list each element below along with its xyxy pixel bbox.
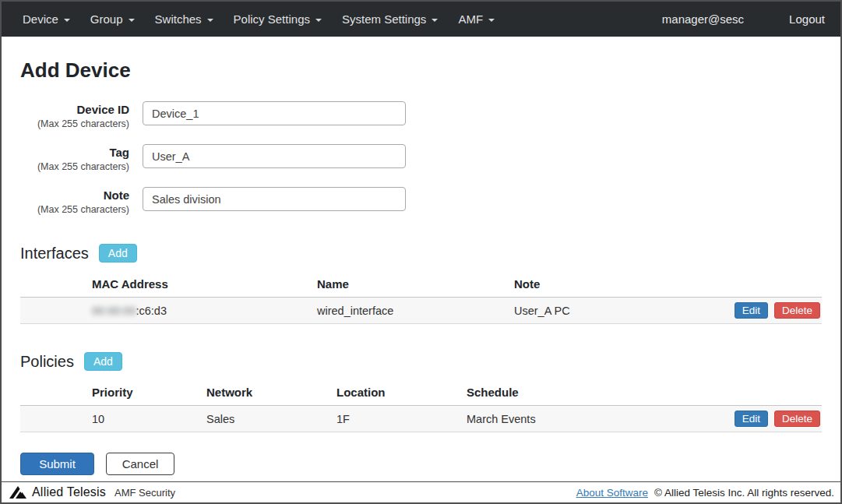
mac-visible-segment: :c6:d3 bbox=[136, 305, 167, 317]
logged-in-user: manager@sesc bbox=[662, 12, 744, 26]
column-header-name: Name bbox=[317, 277, 514, 291]
note-hint: (Max 255 characters) bbox=[20, 203, 129, 216]
note-input[interactable] bbox=[143, 187, 406, 211]
interfaces-table: MAC Address Name Note 00:00:00:c6:d3 wir… bbox=[20, 273, 822, 324]
brand-name: Allied Telesis bbox=[32, 485, 106, 499]
nav-item-group[interactable]: Group bbox=[80, 2, 145, 37]
table-row: 10 Sales 1F March Events Edit Delete bbox=[20, 406, 822, 432]
column-header-note: Note bbox=[514, 277, 822, 291]
cancel-button[interactable]: Cancel bbox=[106, 453, 174, 475]
tag-row: Tag (Max 255 characters) bbox=[20, 144, 822, 173]
nav-item-device[interactable]: Device bbox=[12, 2, 80, 37]
allied-telesis-logo bbox=[8, 485, 28, 499]
nav-item-label: Switches bbox=[155, 12, 202, 26]
column-header-priority: Priority bbox=[20, 386, 206, 399]
interfaces-section-title: Interfaces bbox=[20, 245, 89, 263]
page-title: Add Device bbox=[20, 58, 822, 83]
device-id-label: Device ID bbox=[20, 103, 129, 118]
column-header-location: Location bbox=[336, 386, 467, 399]
nav-item-switches[interactable]: Switches bbox=[145, 2, 224, 37]
main-content: Add Device Device ID (Max 255 characters… bbox=[2, 37, 840, 481]
footer: Allied Telesis AMF Security About Softwa… bbox=[2, 481, 840, 502]
mac-address-value: 00:00:00:c6:d3 bbox=[20, 305, 317, 317]
column-header-mac: MAC Address bbox=[20, 277, 317, 291]
tag-input[interactable] bbox=[143, 144, 406, 168]
device-id-row: Device ID (Max 255 characters) bbox=[20, 101, 822, 130]
policies-section-title: Policies bbox=[20, 353, 74, 371]
delete-policy-button[interactable]: Delete bbox=[774, 411, 820, 427]
chevron-down-icon bbox=[64, 19, 70, 22]
tag-hint: (Max 255 characters) bbox=[20, 160, 129, 173]
add-interface-button[interactable]: Add bbox=[99, 244, 137, 263]
device-id-input[interactable] bbox=[143, 101, 406, 125]
device-id-hint: (Max 255 characters) bbox=[20, 118, 129, 130]
add-policy-button[interactable]: Add bbox=[84, 352, 122, 371]
nav-item-label: Group bbox=[90, 12, 123, 26]
edit-policy-button[interactable]: Edit bbox=[735, 411, 768, 427]
delete-interface-button[interactable]: Delete bbox=[774, 302, 820, 319]
table-row: 00:00:00:c6:d3 wired_interface User_A PC… bbox=[20, 298, 822, 324]
policies-table: Priority Network Location Schedule 10 Sa… bbox=[20, 382, 822, 432]
note-label: Note bbox=[20, 189, 129, 203]
policy-network-value: Sales bbox=[206, 413, 336, 425]
interface-note-value: User_A PC bbox=[514, 305, 735, 317]
chevron-down-icon bbox=[129, 19, 135, 22]
nav-item-policy-settings[interactable]: Policy Settings bbox=[224, 2, 332, 37]
interface-name-value: wired_interface bbox=[317, 305, 514, 317]
chevron-down-icon bbox=[488, 19, 495, 22]
mac-redacted-segment: 00:00:00 bbox=[92, 305, 136, 317]
top-navbar: Device Group Switches Policy Settings Sy… bbox=[2, 2, 840, 37]
edit-interface-button[interactable]: Edit bbox=[735, 302, 768, 319]
note-row: Note (Max 255 characters) bbox=[20, 187, 822, 216]
nav-item-system-settings[interactable]: System Settings bbox=[332, 2, 448, 37]
product-name: AMF Security bbox=[114, 487, 175, 499]
policy-location-value: 1F bbox=[336, 413, 467, 425]
copyright-text: © Allied Telesis Inc. All rights reserve… bbox=[654, 487, 834, 499]
policy-priority-value: 10 bbox=[20, 413, 206, 425]
about-software-link[interactable]: About Software bbox=[576, 487, 648, 499]
logout-button[interactable]: Logout bbox=[784, 12, 830, 26]
app-window: Device Group Switches Policy Settings Sy… bbox=[0, 0, 842, 504]
chevron-down-icon bbox=[315, 19, 322, 22]
column-header-network: Network bbox=[206, 386, 336, 399]
policy-schedule-value: March Events bbox=[467, 413, 735, 425]
chevron-down-icon bbox=[432, 19, 438, 22]
nav-item-label: Policy Settings bbox=[234, 12, 310, 26]
chevron-down-icon bbox=[207, 19, 213, 22]
tag-label: Tag bbox=[20, 146, 129, 160]
nav-item-label: Device bbox=[23, 12, 58, 26]
nav-item-amf[interactable]: AMF bbox=[448, 2, 505, 37]
column-header-schedule: Schedule bbox=[467, 386, 822, 399]
nav-item-label: System Settings bbox=[342, 12, 426, 26]
nav-item-label: AMF bbox=[458, 12, 483, 26]
submit-button[interactable]: Submit bbox=[20, 453, 94, 475]
